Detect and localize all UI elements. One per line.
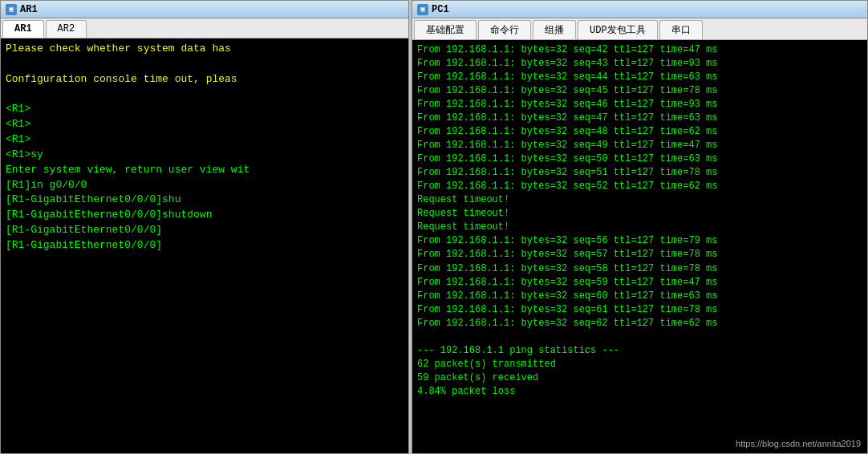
pc1-line-21: [417, 330, 862, 344]
ar1-tab-ar2[interactable]: AR2: [46, 20, 87, 38]
ar1-title-text: AR1: [20, 4, 38, 15]
console-line-6: <R1>: [6, 132, 404, 148]
pc1-line-25: 4.84% packet loss: [417, 385, 862, 399]
pc1-tab-cmd[interactable]: 命令行: [478, 20, 531, 39]
pc1-line-19: From 192.168.1.1: bytes=32 seq=61 ttl=12…: [417, 303, 862, 317]
pc1-watermark: https://blog.csdn.net/annita2019: [736, 439, 861, 448]
pc1-tab-multicast[interactable]: 组播: [533, 20, 576, 39]
pc1-line-1: From 192.168.1.1: bytes=32 seq=43 ttl=12…: [417, 57, 862, 71]
pc1-line-0: From 192.168.1.1: bytes=32 seq=42 ttl=12…: [417, 43, 862, 57]
pc1-line-11: Request timeout!: [417, 193, 862, 207]
pc1-line-7: From 192.168.1.1: bytes=32 seq=49 ttl=12…: [417, 139, 862, 152]
pc1-line-10: From 192.168.1.1: bytes=32 seq=52 ttl=12…: [417, 180, 862, 193]
pc1-line-16: From 192.168.1.1: bytes=32 seq=58 ttl=12…: [417, 262, 862, 276]
console-line-2: Configuration console time out, pleas: [6, 72, 404, 87]
pc1-tab-udp[interactable]: UDP发包工具: [578, 20, 658, 39]
pc1-line-6: From 192.168.1.1: bytes=32 seq=48 ttl=12…: [417, 125, 862, 139]
console-line-4: <R1>: [6, 102, 404, 117]
pc1-titlebar: ▣ PC1: [412, 1, 867, 18]
ar1-titlebar: ▣ AR1: [1, 1, 408, 18]
pc1-line-9: From 192.168.1.1: bytes=32 seq=51 ttl=12…: [417, 166, 862, 180]
console-line-9: [R1]in g0/0/0: [6, 178, 404, 193]
pc1-tab-basic[interactable]: 基础配置: [414, 20, 477, 39]
pc1-line-8: From 192.168.1.1: bytes=32 seq=50 ttl=12…: [417, 152, 862, 166]
pc1-line-3: From 192.168.1.1: bytes=32 seq=45 ttl=12…: [417, 84, 862, 98]
console-line-1: [6, 57, 404, 72]
console-line-13: [R1-GigabitEthernet0/0/0]: [6, 238, 404, 253]
pc1-line-15: From 192.168.1.1: bytes=32 seq=57 ttl=12…: [417, 248, 862, 261]
ar1-title-icon: ▣: [6, 4, 17, 15]
ar1-window: ▣ AR1 AR1 AR2 Please check whether syste…: [0, 0, 409, 454]
pc1-line-13: Request timeout!: [417, 221, 862, 234]
pc1-line-4: From 192.168.1.1: bytes=32 seq=46 ttl=12…: [417, 98, 862, 111]
console-line-3: [6, 87, 404, 103]
console-line-7: <R1>sy: [6, 148, 404, 163]
pc1-title-icon: ▣: [417, 4, 428, 15]
pc1-line-12: Request timeout!: [417, 207, 862, 221]
pc1-tab-serial[interactable]: 串口: [659, 20, 703, 39]
ar1-tabs: AR1 AR2: [1, 18, 408, 39]
pc1-tabs: 基础配置 命令行 组播 UDP发包工具 串口: [412, 18, 867, 40]
pc1-line-24: 59 packet(s) received: [417, 371, 862, 385]
console-line-11: [R1-GigabitEthernet0/0/0]shutdown: [6, 208, 404, 223]
console-line-5: <R1>: [6, 117, 404, 132]
pc1-line-18: From 192.168.1.1: bytes=32 seq=60 ttl=12…: [417, 290, 862, 303]
pc1-line-2: From 192.168.1.1: bytes=32 seq=44 ttl=12…: [417, 71, 862, 84]
pc1-window: ▣ PC1 基础配置 命令行 组播 UDP发包工具 串口 From 192.16…: [412, 0, 868, 454]
pc1-console: From 192.168.1.1: bytes=32 seq=42 ttl=12…: [412, 40, 867, 453]
ar1-console: Please check whether system data has Con…: [1, 39, 408, 453]
console-line-12: [R1-GigabitEthernet0/0/0]: [6, 223, 404, 238]
pc1-title-text: PC1: [432, 4, 449, 15]
pc1-line-22: --- 192.168.1.1 ping statistics ---: [417, 344, 862, 358]
console-line-8: Enter system view, return user view wit: [6, 163, 404, 178]
pc1-line-23: 62 packet(s) transmitted: [417, 358, 862, 371]
pc1-line-5: From 192.168.1.1: bytes=32 seq=47 ttl=12…: [417, 111, 862, 125]
console-line-10: [R1-GigabitEthernet0/0/0]shu: [6, 193, 404, 208]
ar1-tab-ar1[interactable]: AR1: [2, 20, 44, 38]
console-line-0: Please check whether system data has: [6, 42, 404, 57]
pc1-line-14: From 192.168.1.1: bytes=32 seq=56 ttl=12…: [417, 234, 862, 248]
pc1-line-17: From 192.168.1.1: bytes=32 seq=59 ttl=12…: [417, 276, 862, 290]
pc1-line-20: From 192.168.1.1: bytes=32 seq=62 ttl=12…: [417, 317, 862, 330]
